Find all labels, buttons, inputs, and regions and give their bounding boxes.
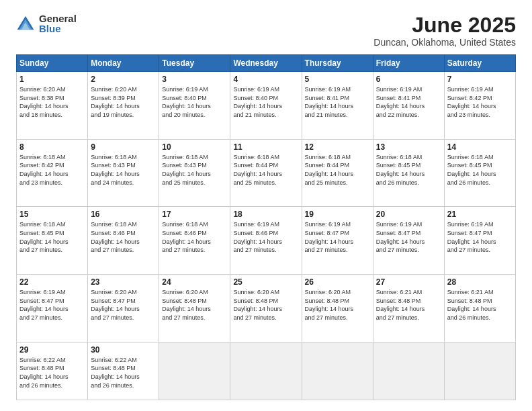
day-cell: 20Sunrise: 6:19 AM Sunset: 8:47 PM Dayli…	[373, 207, 444, 275]
day-number: 5	[305, 75, 370, 84]
day-number: 12	[305, 142, 370, 152]
day-info: Sunrise: 6:18 AM Sunset: 8:45 PM Dayligh…	[447, 153, 513, 187]
calendar-header: SundayMondayTuesdayWednesdayThursdayFrid…	[17, 55, 516, 72]
week-row-1: 1Sunrise: 6:20 AM Sunset: 8:38 PM Daylig…	[17, 72, 516, 140]
week-row-4: 22Sunrise: 6:19 AM Sunset: 8:47 PM Dayli…	[17, 275, 516, 342]
header-row-days: SundayMondayTuesdayWednesdayThursdayFrid…	[17, 55, 516, 72]
day-number: 4	[233, 75, 298, 84]
logo-blue: Blue	[39, 24, 77, 34]
title-block: June 2025 Duncan, Oklahoma, United State…	[373, 13, 516, 48]
day-info: Sunrise: 6:18 AM Sunset: 8:46 PM Dayligh…	[91, 220, 156, 254]
day-info: Sunrise: 6:20 AM Sunset: 8:47 PM Dayligh…	[91, 288, 156, 322]
day-cell: 16Sunrise: 6:18 AM Sunset: 8:46 PM Dayli…	[88, 207, 159, 275]
day-cell	[373, 342, 444, 400]
day-number: 11	[233, 142, 298, 152]
day-cell: 30Sunrise: 6:22 AM Sunset: 8:48 PM Dayli…	[88, 342, 159, 400]
day-number: 10	[162, 142, 227, 152]
day-number: 24	[162, 277, 227, 287]
day-number: 20	[376, 210, 441, 219]
day-cell: 17Sunrise: 6:18 AM Sunset: 8:46 PM Dayli…	[159, 207, 230, 275]
day-info: Sunrise: 6:20 AM Sunset: 8:48 PM Dayligh…	[233, 288, 298, 322]
day-cell: 18Sunrise: 6:19 AM Sunset: 8:46 PM Dayli…	[230, 207, 302, 275]
day-info: Sunrise: 6:18 AM Sunset: 8:45 PM Dayligh…	[19, 220, 85, 254]
day-cell: 1Sunrise: 6:20 AM Sunset: 8:38 PM Daylig…	[17, 72, 88, 140]
day-info: Sunrise: 6:20 AM Sunset: 8:38 PM Dayligh…	[19, 85, 85, 119]
day-info: Sunrise: 6:18 AM Sunset: 8:46 PM Dayligh…	[162, 220, 227, 254]
day-info: Sunrise: 6:18 AM Sunset: 8:45 PM Dayligh…	[376, 153, 441, 187]
column-header-friday: Friday	[373, 55, 444, 72]
column-header-sunday: Sunday	[17, 55, 88, 72]
day-cell: 4Sunrise: 6:19 AM Sunset: 8:40 PM Daylig…	[230, 72, 302, 140]
day-number: 7	[447, 75, 513, 84]
day-cell: 6Sunrise: 6:19 AM Sunset: 8:41 PM Daylig…	[373, 72, 444, 140]
day-info: Sunrise: 6:19 AM Sunset: 8:42 PM Dayligh…	[447, 85, 513, 119]
day-number: 21	[447, 210, 513, 219]
day-cell	[302, 342, 373, 400]
day-cell: 25Sunrise: 6:20 AM Sunset: 8:48 PM Dayli…	[230, 275, 302, 342]
day-info: Sunrise: 6:18 AM Sunset: 8:44 PM Dayligh…	[305, 153, 370, 187]
day-cell: 21Sunrise: 6:19 AM Sunset: 8:47 PM Dayli…	[444, 207, 515, 275]
day-number: 25	[233, 277, 298, 287]
column-header-saturday: Saturday	[444, 55, 515, 72]
day-cell: 26Sunrise: 6:20 AM Sunset: 8:48 PM Dayli…	[302, 275, 373, 342]
column-header-monday: Monday	[88, 55, 159, 72]
column-header-wednesday: Wednesday	[230, 55, 302, 72]
day-number: 22	[19, 277, 85, 287]
day-cell	[444, 342, 515, 400]
day-info: Sunrise: 6:19 AM Sunset: 8:47 PM Dayligh…	[305, 220, 370, 254]
day-number: 15	[19, 210, 85, 219]
column-header-tuesday: Tuesday	[159, 55, 230, 72]
day-cell: 15Sunrise: 6:18 AM Sunset: 8:45 PM Dayli…	[17, 207, 88, 275]
day-info: Sunrise: 6:18 AM Sunset: 8:43 PM Dayligh…	[91, 153, 156, 187]
day-number: 27	[376, 277, 441, 287]
day-info: Sunrise: 6:22 AM Sunset: 8:48 PM Dayligh…	[91, 356, 156, 390]
logo-text: General Blue	[39, 13, 77, 34]
day-info: Sunrise: 6:18 AM Sunset: 8:43 PM Dayligh…	[162, 153, 227, 187]
day-number: 18	[233, 210, 298, 219]
page: General Blue June 2025 Duncan, Oklahoma,…	[0, 0, 532, 411]
day-cell: 11Sunrise: 6:18 AM Sunset: 8:44 PM Dayli…	[230, 139, 302, 207]
day-info: Sunrise: 6:21 AM Sunset: 8:48 PM Dayligh…	[376, 288, 441, 322]
day-info: Sunrise: 6:19 AM Sunset: 8:47 PM Dayligh…	[447, 220, 513, 254]
day-info: Sunrise: 6:19 AM Sunset: 8:41 PM Dayligh…	[376, 85, 441, 119]
day-info: Sunrise: 6:21 AM Sunset: 8:48 PM Dayligh…	[447, 288, 513, 322]
day-number: 8	[19, 142, 85, 152]
day-cell: 27Sunrise: 6:21 AM Sunset: 8:48 PM Dayli…	[373, 275, 444, 342]
header-row: General Blue June 2025 Duncan, Oklahoma,…	[16, 13, 516, 48]
day-cell: 5Sunrise: 6:19 AM Sunset: 8:41 PM Daylig…	[302, 72, 373, 140]
day-cell: 8Sunrise: 6:18 AM Sunset: 8:42 PM Daylig…	[17, 139, 88, 207]
day-number: 17	[162, 210, 227, 219]
day-cell: 28Sunrise: 6:21 AM Sunset: 8:48 PM Dayli…	[444, 275, 515, 342]
day-info: Sunrise: 6:19 AM Sunset: 8:47 PM Dayligh…	[19, 288, 85, 322]
day-number: 28	[447, 277, 513, 287]
day-info: Sunrise: 6:20 AM Sunset: 8:48 PM Dayligh…	[162, 288, 227, 322]
day-number: 3	[162, 75, 227, 84]
day-cell: 24Sunrise: 6:20 AM Sunset: 8:48 PM Dayli…	[159, 275, 230, 342]
day-cell: 12Sunrise: 6:18 AM Sunset: 8:44 PM Dayli…	[302, 139, 373, 207]
subtitle: Duncan, Oklahoma, United States	[373, 37, 516, 48]
day-cell	[159, 342, 230, 400]
day-info: Sunrise: 6:19 AM Sunset: 8:41 PM Dayligh…	[305, 85, 370, 119]
day-number: 16	[91, 210, 156, 219]
day-number: 13	[376, 142, 441, 152]
day-info: Sunrise: 6:19 AM Sunset: 8:46 PM Dayligh…	[233, 220, 298, 254]
logo-icon	[16, 14, 35, 33]
logo-general: General	[39, 13, 77, 24]
day-info: Sunrise: 6:20 AM Sunset: 8:39 PM Dayligh…	[91, 85, 156, 119]
day-cell: 29Sunrise: 6:22 AM Sunset: 8:48 PM Dayli…	[17, 342, 88, 400]
day-info: Sunrise: 6:18 AM Sunset: 8:44 PM Dayligh…	[233, 153, 298, 187]
day-number: 9	[91, 142, 156, 152]
day-cell: 3Sunrise: 6:19 AM Sunset: 8:40 PM Daylig…	[159, 72, 230, 140]
day-cell: 10Sunrise: 6:18 AM Sunset: 8:43 PM Dayli…	[159, 139, 230, 207]
day-info: Sunrise: 6:22 AM Sunset: 8:48 PM Dayligh…	[19, 356, 85, 390]
week-row-5: 29Sunrise: 6:22 AM Sunset: 8:48 PM Dayli…	[17, 342, 516, 400]
day-cell: 19Sunrise: 6:19 AM Sunset: 8:47 PM Dayli…	[302, 207, 373, 275]
day-number: 29	[19, 345, 85, 355]
day-cell	[230, 342, 302, 400]
day-number: 2	[91, 75, 156, 84]
logo: General Blue	[16, 13, 77, 34]
day-number: 6	[376, 75, 441, 84]
day-number: 19	[305, 210, 370, 219]
day-cell: 14Sunrise: 6:18 AM Sunset: 8:45 PM Dayli…	[444, 139, 515, 207]
week-row-3: 15Sunrise: 6:18 AM Sunset: 8:45 PM Dayli…	[17, 207, 516, 275]
